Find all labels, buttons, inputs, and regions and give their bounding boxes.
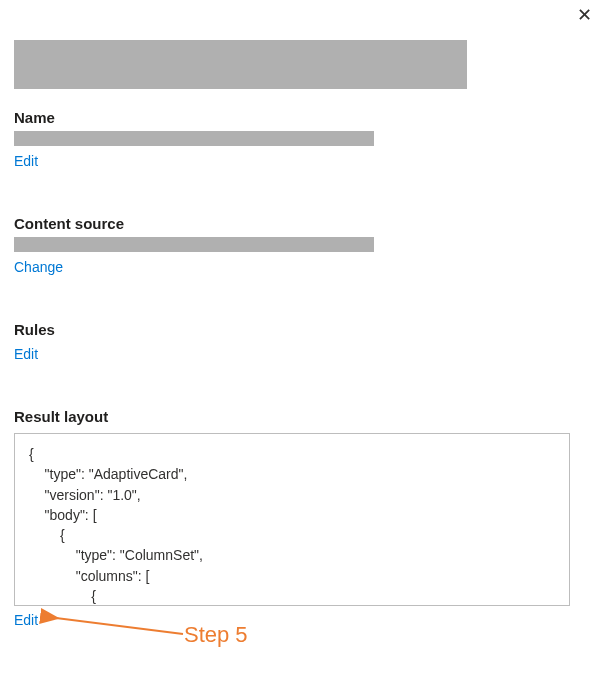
edit-layout-link[interactable]: Edit [14,612,38,628]
label-content-source: Content source [14,215,590,232]
label-result-layout: Result layout [14,408,590,425]
section-result-layout: Result layout { "type": "AdaptiveCard", … [14,408,590,628]
result-layout-textarea[interactable]: { "type": "AdaptiveCard", "version": "1.… [14,433,570,606]
content-source-input-placeholder[interactable] [14,237,374,252]
close-icon: ✕ [577,5,592,25]
annotation-label: Step 5 [184,622,248,648]
edit-name-link[interactable]: Edit [14,153,38,169]
label-name: Name [14,109,590,126]
close-button[interactable]: ✕ [577,6,592,24]
edit-rules-link[interactable]: Edit [14,346,38,362]
section-name: Name Edit [14,109,590,169]
change-source-link[interactable]: Change [14,259,63,275]
section-rules: Rules Edit [14,321,590,362]
header-placeholder [14,40,467,89]
name-input-placeholder[interactable] [14,131,374,146]
section-content-source: Content source Change [14,215,590,275]
label-rules: Rules [14,321,590,338]
